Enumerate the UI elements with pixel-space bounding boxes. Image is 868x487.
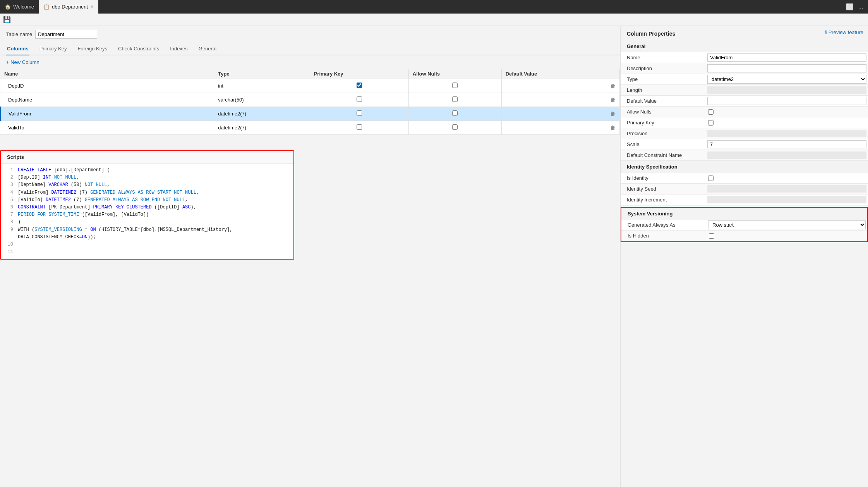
- prop-name-label: Name: [621, 53, 706, 62]
- tab-welcome[interactable]: 🏠 Welcome: [0, 0, 39, 14]
- prop-scale-label: Scale: [621, 139, 706, 149]
- script-line: 5 [ValidTo] DATETIME2 (7) GENERATED ALWA…: [7, 196, 287, 204]
- col-null-checkbox[interactable]: [452, 83, 458, 88]
- col-name-input[interactable]: [4, 123, 210, 133]
- tab-general[interactable]: General: [198, 43, 217, 55]
- code-token: =: [82, 227, 91, 232]
- delete-row-icon[interactable]: 🗑: [610, 97, 616, 103]
- code-token: [ValidTo]: [18, 197, 46, 203]
- scripts-body: 1CREATE TABLE [dbo].[Department] (2 [Dep…: [1, 163, 293, 259]
- tab-indexes[interactable]: Indexes: [169, 43, 189, 55]
- tab-check-constraints[interactable]: Check Constraints: [117, 43, 160, 55]
- col-name-input[interactable]: [5, 109, 210, 119]
- prop-identity-increment-row: Identity Increment: [621, 194, 868, 205]
- col-null-checkbox[interactable]: [452, 96, 458, 102]
- script-line: 11: [7, 248, 287, 256]
- script-line: 7 PERIOD FOR SYSTEM_TIME ([ValidFrom], […: [7, 211, 287, 219]
- code-token: ),: [191, 205, 196, 210]
- col-name-input[interactable]: [4, 81, 210, 91]
- split-view-icon[interactable]: ⬜: [844, 2, 855, 12]
- prop-scale-input[interactable]: [707, 140, 866, 148]
- prop-default-value-row: Default Value: [621, 96, 868, 107]
- script-line: 1CREATE TABLE [dbo].[Department] (: [7, 167, 287, 174]
- col-header-name: Name: [0, 69, 214, 79]
- prop-precision-label: Precision: [621, 129, 706, 138]
- prop-length-input[interactable]: [707, 86, 866, 94]
- tab-foreign-keys[interactable]: Foreign Keys: [77, 43, 108, 55]
- code-token: ASC: [182, 205, 191, 210]
- tab-bar: Columns Primary Key Foreign Keys Check C…: [0, 43, 620, 55]
- prop-default-value-label: Default Value: [621, 96, 706, 106]
- prop-generated-always-select[interactable]: Row start Row end (none): [708, 220, 866, 229]
- code-token: (7): [76, 190, 90, 195]
- line-number: 3: [7, 181, 13, 189]
- table-row[interactable]: int🗑: [0, 79, 620, 93]
- tab-primary-key[interactable]: Primary Key: [39, 43, 68, 55]
- code-token: [ValidFrom]: [18, 190, 51, 195]
- delete-row-icon[interactable]: 🗑: [610, 111, 616, 117]
- col-null-checkbox[interactable]: [452, 124, 458, 130]
- line-number: 6: [7, 204, 13, 211]
- prop-pk-checkbox[interactable]: [708, 120, 714, 126]
- table-row[interactable]: datetime2(7)🗑: [0, 121, 620, 135]
- prop-description-row: Description: [621, 63, 868, 74]
- prop-name-input[interactable]: [707, 53, 866, 62]
- col-pk-checkbox[interactable]: [357, 83, 362, 88]
- system-versioning-section: System Versioning Generated Always As Ro…: [621, 207, 868, 242]
- col-type-cell: datetime2(7): [214, 121, 310, 135]
- prop-precision-input[interactable]: [707, 130, 866, 137]
- table-name-input[interactable]: [35, 30, 97, 39]
- new-column-button[interactable]: + New Column: [6, 59, 39, 65]
- prop-is-hidden-row: Is Hidden: [621, 231, 867, 241]
- prop-default-value-input[interactable]: [707, 97, 866, 105]
- col-name-input[interactable]: [4, 95, 210, 105]
- table-row[interactable]: datetime2(7)🗑: [0, 107, 620, 121]
- col-header-pk: Primary Key: [310, 69, 408, 79]
- table-row[interactable]: varchar(50)🗑: [0, 93, 620, 107]
- code-token: DATETIME2: [46, 197, 71, 203]
- col-pk-checkbox[interactable]: [357, 110, 362, 116]
- script-line: 8): [7, 219, 287, 226]
- code-token: [PK_Department]: [46, 205, 93, 210]
- tab-department[interactable]: 📋 dbo.Department ✕: [39, 0, 98, 14]
- department-icon: 📋: [43, 4, 50, 10]
- prop-primary-key-row: Primary Key: [621, 117, 868, 128]
- delete-row-icon[interactable]: 🗑: [610, 125, 616, 131]
- general-section-header: General: [621, 40, 868, 52]
- save-icon[interactable]: 💾: [3, 16, 11, 23]
- code-token: ,: [196, 190, 199, 195]
- script-line: 4 [ValidFrom] DATETIME2 (7) GENERATED AL…: [7, 189, 287, 196]
- code-token: ([DeptID]: [152, 205, 182, 210]
- col-null-checkbox[interactable]: [452, 110, 458, 116]
- close-tab-icon[interactable]: ✕: [90, 4, 94, 9]
- col-pk-checkbox[interactable]: [357, 96, 362, 102]
- prop-is-hidden-checkbox[interactable]: [709, 233, 714, 239]
- title-bar: 🏠 Welcome 📋 dbo.Department ✕ ⬜ ...: [0, 0, 868, 14]
- delete-row-icon[interactable]: 🗑: [610, 83, 616, 89]
- preview-badge: ℹ Preview feature: [820, 27, 868, 38]
- system-versioning-header: System Versioning: [621, 208, 867, 220]
- prop-identity-seed-input[interactable]: [707, 185, 866, 193]
- col-pk-checkbox[interactable]: [357, 124, 362, 130]
- script-line: 2 [DeptID] INT NOT NULL,: [7, 174, 287, 181]
- line-code: CREATE TABLE [dbo].[Department] (: [18, 167, 110, 174]
- line-code: PERIOD FOR SYSTEM_TIME ([ValidFrom], [Va…: [18, 211, 149, 219]
- prop-identity-increment-label: Identity Increment: [621, 195, 706, 205]
- prop-default-constraint-name-row: Default Constraint Name: [621, 150, 868, 161]
- prop-generated-always-row: Generated Always As Row start Row end (n…: [621, 220, 867, 231]
- prop-type-select[interactable]: datetime2 int varchar nvarchar: [707, 75, 866, 84]
- prop-allow-nulls-checkbox[interactable]: [708, 109, 714, 115]
- code-token: GENERATED ALWAYS AS ROW END: [85, 197, 160, 203]
- prop-generated-always-label: Generated Always As: [621, 220, 707, 230]
- more-options-icon[interactable]: ...: [857, 2, 865, 12]
- tab-columns[interactable]: Columns: [6, 43, 29, 55]
- prop-identity-seed-row: Identity Seed: [621, 184, 868, 194]
- prop-is-identity-checkbox[interactable]: [708, 176, 714, 181]
- line-code: ): [18, 219, 21, 226]
- line-number: 2: [7, 174, 13, 181]
- prop-identity-increment-input[interactable]: [707, 196, 866, 203]
- prop-description-input[interactable]: [707, 64, 866, 72]
- col-type-cell: datetime2(7): [214, 107, 310, 121]
- prop-dcn-input[interactable]: [707, 151, 866, 159]
- script-line: 10: [7, 241, 287, 248]
